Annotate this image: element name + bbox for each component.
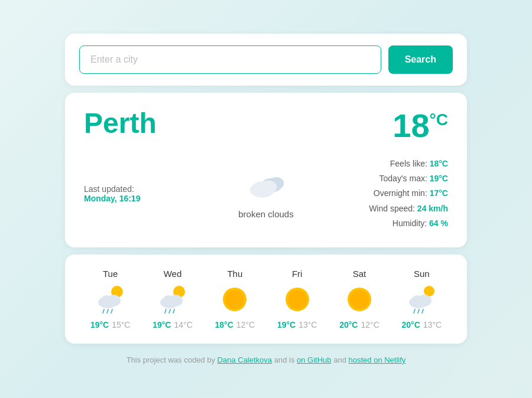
forecast-temp-row: 20°C13°C [402,320,442,330]
search-input[interactable] [79,45,381,74]
current-weather-card: Perth 18°C Last updated: Monday, 16:19 [65,93,467,247]
svg-line-29 [414,309,415,313]
weather-details: Feels like: 18°C Today's max: 19°C Overn… [327,156,448,231]
sun-icon [283,285,312,314]
forecast-day-label: Wed [164,269,182,279]
rain-cloud-light-icon [406,283,437,315]
temp-value: 18 [392,107,429,144]
forecast-day-label: Thu [227,269,242,279]
footer-text-and: and [333,355,348,364]
footer-text-before: This project was coded by [126,355,215,364]
svg-point-8 [100,295,112,306]
forecast-temp-row: 19°C14°C [153,320,193,330]
forecast-day: Sun 20°C13°C [393,269,450,330]
svg-point-4 [254,181,267,193]
search-button[interactable]: Search [388,45,453,74]
weather-header: Perth 18°C [84,109,448,142]
footer-and-is: and is [274,355,295,364]
forecast-grid: Tue 19°C15°CWed [82,269,450,330]
forecast-day-label: Fri [292,269,303,279]
forecast-temp-high: 19°C [277,320,296,330]
forecast-icon-rain-cloud-light [406,283,437,315]
todays-max-label: Today's max: [379,174,427,183]
forecast-temp-row: 18°C12°C [215,320,255,330]
svg-point-24 [350,290,369,309]
footer-netlify-link[interactable]: hosted on Netlify [349,355,406,364]
forecast-temp-row: 20°C12°C [339,320,379,330]
forecast-temp-high: 18°C [215,320,233,330]
svg-line-16 [165,309,166,313]
broken-clouds-icon [242,169,290,204]
forecast-day: Thu 18°C12°C [206,269,264,330]
svg-point-15 [163,295,174,306]
last-updated-label: Last updated: [84,184,134,194]
svg-line-30 [418,309,419,313]
forecast-temp-low: 12°C [236,320,255,330]
city-name: Perth [84,109,157,138]
overnight-min-value: 17°C [430,188,448,198]
forecast-icon-rain-cloud [157,283,189,315]
weather-body: Last updated: Monday, 16:19 broken cloud… [84,156,448,231]
humidity-value: 64 % [429,218,448,228]
svg-line-9 [103,309,104,313]
svg-line-31 [422,309,423,313]
forecast-temp-row: 19°C13°C [277,320,317,330]
forecast-day: Fri 19°C13°C [268,269,326,330]
todays-max-value: 19°C [430,174,448,183]
forecast-temp-high: 20°C [402,320,420,330]
forecast-day: Sat 20°C12°C [330,269,388,330]
forecast-day: Wed 19°C14°C [144,269,201,330]
forecast-temp-high: 19°C [90,320,109,330]
forecast-day: Tue 19°C15°C [82,269,139,330]
footer: This project was coded by Dana Caletkova… [65,355,467,364]
sun-icon [345,285,374,314]
forecast-temp-high: 20°C [339,320,358,330]
svg-line-11 [111,309,112,313]
forecast-temp-low: 12°C [361,320,379,330]
current-temperature: 18°C [392,109,448,142]
weather-description: broken clouds [238,209,293,219]
rain-cloud-icon [95,283,126,315]
forecast-temp-low: 13°C [299,320,317,330]
feels-like-value: 18°C [430,159,448,168]
main-container: Search Perth 18°C Last updated: Monday, … [65,34,467,364]
humidity-label: Humidity: [392,218,427,228]
svg-point-28 [411,295,423,306]
temp-unit: °C [430,110,448,129]
forecast-day-label: Tue [103,269,118,279]
feels-like-label: Feels like: [390,159,427,168]
last-updated-value: Monday, 16:19 [84,194,140,203]
rain-cloud-icon [157,283,189,315]
current-weather-icon-area: broken clouds [205,169,326,219]
forecast-temp-low: 15°C [112,320,130,330]
forecast-temp-high: 19°C [153,320,171,330]
last-updated: Last updated: Monday, 16:19 [84,184,205,203]
forecast-temp-row: 19°C15°C [90,320,131,330]
forecast-temp-low: 13°C [423,320,442,330]
svg-point-20 [225,290,244,309]
overnight-min-label: Overnight min: [374,188,427,198]
wind-speed-label: Wind speed: [369,204,415,213]
forecast-card: Tue 19°C15°CWed [65,255,467,344]
svg-line-17 [169,309,170,313]
forecast-icon-sun [281,283,313,315]
search-card: Search [65,34,467,86]
forecast-icon-rain-cloud [95,283,126,315]
svg-line-18 [173,309,174,313]
forecast-temp-low: 14°C [174,320,192,330]
wind-speed-value: 24 km/h [417,204,448,213]
forecast-icon-sun [219,283,251,315]
forecast-day-label: Sat [353,269,366,279]
forecast-icon-sun [343,283,375,315]
footer-author-link[interactable]: Dana Caletkova [218,355,273,364]
sun-icon [220,285,249,314]
footer-github-link[interactable]: on GitHub [297,355,332,364]
svg-line-10 [107,309,108,313]
svg-point-22 [288,290,307,309]
forecast-day-label: Sun [414,269,430,279]
